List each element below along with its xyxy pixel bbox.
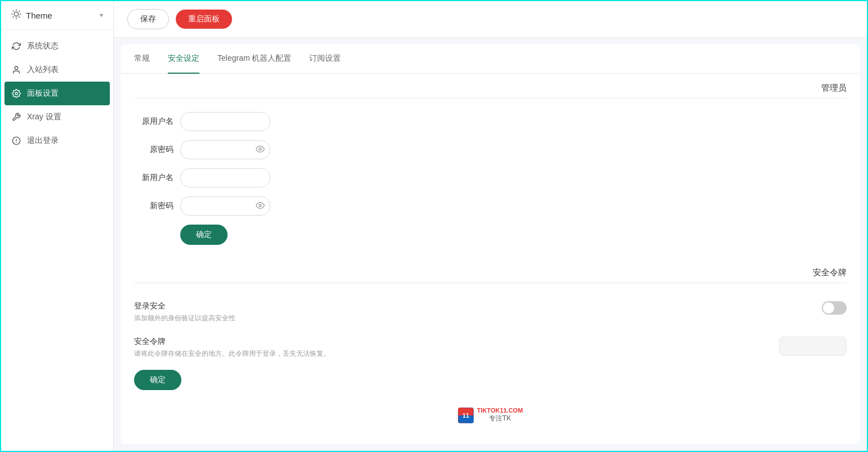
new-password-input-wrap — [180, 196, 270, 216]
sidebar-logo-text: Theme — [26, 11, 52, 20]
sidebar-item-inbound-list[interactable]: 入站列表 — [1, 58, 113, 82]
bulb-icon — [11, 9, 21, 21]
original-password-label: 原密码 — [134, 145, 173, 155]
svg-line-4 — [19, 17, 20, 17]
sidebar-item-label: 系统状态 — [27, 41, 59, 51]
security-token-title: 安全令牌 — [134, 337, 330, 347]
login-security-toggle[interactable] — [822, 301, 847, 315]
watermark-badge: 11 TIKTOK11.COM 专注TK — [458, 407, 523, 423]
tab-subscription[interactable]: 订阅设置 — [309, 44, 341, 74]
svg-line-7 — [13, 17, 14, 17]
chevron-down-icon: ▾ — [100, 11, 103, 19]
watermark-icon: 11 — [458, 408, 474, 423]
toggle-slider — [822, 301, 847, 315]
form-group-original-username: 原用户名 — [134, 112, 847, 131]
login-security-title: 登录安全 — [134, 301, 235, 311]
watermark-text: TIKTOK11.COM 专注TK — [477, 407, 523, 423]
security-token-input[interactable] — [779, 337, 847, 356]
admin-section-header: 管理员 — [121, 74, 860, 98]
sidebar-item-logout[interactable]: 退出登录 — [1, 129, 113, 153]
eye-icon-original-password[interactable] — [256, 145, 265, 155]
original-username-input-wrap — [180, 112, 270, 131]
restart-button[interactable]: 重启面板 — [176, 10, 232, 29]
topbar: 保存 重启面板 — [114, 1, 867, 38]
sync-icon — [11, 41, 21, 51]
svg-line-8 — [19, 11, 20, 11]
new-username-input-wrap — [180, 168, 270, 187]
sidebar-item-label: 面板设置 — [27, 88, 59, 99]
sidebar-item-label: Xray 设置 — [27, 112, 61, 122]
gear-icon — [11, 88, 21, 99]
sidebar-item-panel-settings[interactable]: 面板设置 — [5, 82, 110, 105]
original-username-label: 原用户名 — [134, 117, 173, 127]
svg-line-3 — [13, 11, 14, 11]
login-security-desc: 添加额外的身份验证以提高安全性 — [134, 314, 235, 323]
svg-point-0 — [14, 12, 19, 16]
sidebar-logo[interactable]: Theme ▾ — [1, 1, 113, 30]
content-card: 常规 安全设定 Telegram 机器人配置 订阅设置 管理员 原用户名 — [121, 44, 860, 444]
eye-icon-new-password[interactable] — [256, 201, 265, 212]
new-username-label: 新用户名 — [134, 173, 173, 183]
login-security-info: 登录安全 添加额外的身份验证以提高安全性 — [134, 301, 235, 323]
tab-general[interactable]: 常规 — [134, 44, 150, 74]
admin-form: 原用户名 原密码 — [121, 99, 860, 258]
tab-telegram[interactable]: Telegram 机器人配置 — [217, 44, 291, 74]
svg-point-15 — [259, 204, 261, 207]
security-confirm-button[interactable]: 确定 — [134, 370, 181, 390]
user-icon — [11, 65, 21, 75]
new-username-input[interactable] — [180, 168, 270, 187]
svg-point-10 — [15, 92, 17, 95]
tab-bar: 常规 安全设定 Telegram 机器人配置 订阅设置 — [121, 44, 860, 74]
sidebar-item-xray-settings[interactable]: Xray 设置 — [1, 105, 113, 129]
sidebar-item-label: 退出登录 — [27, 136, 59, 146]
security-token-row: 安全令牌 请将此令牌存储在安全的地方。此令牌用于登录，丢失无法恢复。 — [134, 330, 847, 365]
sidebar-item-system-status[interactable]: 系统状态 — [1, 34, 113, 58]
security-token-desc: 请将此令牌存储在安全的地方。此令牌用于登录，丢失无法恢复。 — [134, 349, 330, 359]
sidebar-item-label: 入站列表 — [27, 65, 59, 75]
new-password-label: 新密码 — [134, 201, 173, 211]
form-group-new-username: 新用户名 — [134, 168, 847, 187]
login-security-row: 登录安全 添加额外的身份验证以提高安全性 — [134, 294, 847, 330]
security-token-info: 安全令牌 请将此令牌存储在安全的地方。此令牌用于登录，丢失无法恢复。 — [134, 337, 330, 359]
sidebar-nav: 系统状态 入站列表 面板设置 — [1, 30, 113, 157]
admin-confirm-button[interactable]: 确定 — [180, 225, 228, 245]
svg-text:11: 11 — [462, 412, 469, 419]
form-group-original-password: 原密码 — [134, 140, 847, 159]
security-section: 登录安全 添加额外的身份验证以提高安全性 安全令牌 请将此令牌存储在安全的地方。… — [121, 283, 860, 401]
watermark: 11 TIKTOK11.COM 专注TK — [121, 401, 860, 430]
svg-point-14 — [259, 148, 261, 150]
logout-icon — [11, 136, 21, 146]
main-content: 保存 重启面板 常规 安全设定 Telegram 机器人配置 订阅设置 — [114, 1, 867, 451]
security-token-section-header: 安全令牌 — [121, 258, 860, 283]
tab-security[interactable]: 安全设定 — [168, 44, 199, 74]
wrench-icon — [11, 112, 21, 122]
form-group-new-password: 新密码 — [134, 196, 847, 216]
save-button[interactable]: 保存 — [127, 9, 169, 29]
sidebar: Theme ▾ 系统状态 — [1, 1, 114, 451]
svg-point-9 — [15, 66, 17, 69]
original-password-input-wrap — [180, 140, 270, 159]
original-username-input[interactable] — [180, 112, 270, 131]
